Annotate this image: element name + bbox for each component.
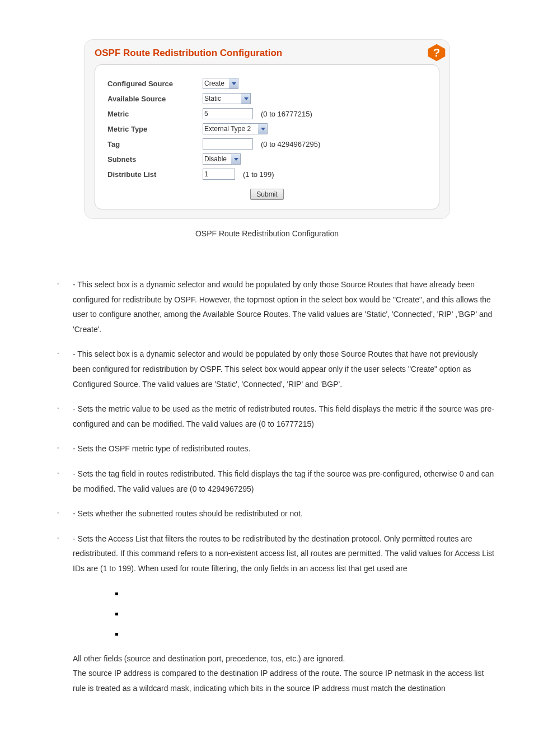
after-text-1: All other fields (source and destination… — [73, 651, 495, 666]
row-configured-source: Configured Source — [107, 77, 427, 90]
doc-item-available-source: - This select box is a dynamic selector … — [39, 347, 495, 391]
tag-hint: (0 to 4294967295) — [261, 140, 320, 148]
doc-item-tag: - Sets the tag field in routes redistrib… — [39, 466, 495, 496]
metric-input[interactable] — [203, 108, 253, 119]
distribute-list-hint: (1 to 199) — [243, 170, 274, 179]
row-available-source: Available Source — [107, 92, 427, 105]
metric-hint: (0 to 16777215) — [261, 110, 312, 118]
svg-text:?: ? — [433, 46, 440, 59]
label-distribute-list: Distribute List — [107, 170, 203, 179]
doc-item-subnets: - Sets whether the subnetted routes shou… — [39, 506, 495, 521]
row-metric: Metric (0 to 16777215) — [107, 107, 427, 120]
doc-item-metric: - Sets the metric value to be used as th… — [39, 402, 495, 431]
submit-button[interactable]: Submit — [250, 189, 283, 200]
sub-item-2 — [127, 609, 495, 621]
tag-input[interactable] — [203, 138, 253, 150]
row-metric-type: Metric Type — [107, 122, 427, 136]
available-source-select[interactable] — [203, 93, 251, 104]
sub-item-3 — [127, 629, 495, 641]
form-card: Configured Source Available Source — [95, 64, 439, 209]
distribute-list-input[interactable] — [203, 169, 235, 180]
label-subnets: Subnets — [107, 155, 203, 164]
configured-source-select[interactable] — [203, 78, 238, 89]
row-tag: Tag (0 to 4294967295) — [107, 137, 427, 151]
help-icon[interactable]: ? — [427, 43, 446, 62]
after-text-2: The source IP address is compared to the… — [73, 666, 495, 696]
label-available-source: Available Source — [107, 95, 203, 103]
doc-item-metric-type: - Sets the OSPF metric type of redistrib… — [39, 441, 495, 456]
doc-item-configured-source: - This select box is a dynamic selector … — [39, 277, 495, 337]
label-configured-source: Configured Source — [107, 80, 203, 88]
label-tag: Tag — [107, 140, 203, 148]
row-distribute-list: Distribute List (1 to 199) — [107, 167, 427, 181]
panel-title: OSPF Route Redistribution Configuration — [95, 48, 439, 59]
sub-item-1 — [127, 589, 495, 601]
metric-type-select[interactable] — [203, 123, 268, 134]
label-metric-type: Metric Type — [107, 125, 203, 133]
config-panel: ? OSPF Route Redistribution Configuratio… — [84, 39, 450, 219]
figure-caption: OSPF Route Redistribution Configuration — [84, 229, 450, 238]
subnets-select[interactable] — [203, 153, 241, 165]
row-subnets: Subnets — [107, 152, 427, 166]
doc-item-distribute-list: - Sets the Access List that filters the … — [39, 531, 495, 696]
doc-body: - This select box is a dynamic selector … — [0, 249, 534, 728]
label-metric: Metric — [107, 110, 203, 118]
